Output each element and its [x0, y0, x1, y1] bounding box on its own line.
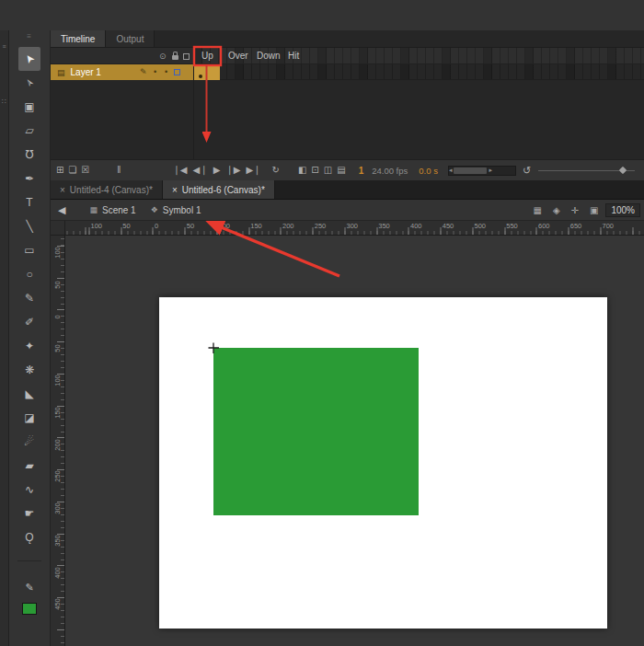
layer-name[interactable]: Layer 1	[71, 67, 101, 77]
horizontal-ruler: 1005005010015020025030035040045050055060…	[65, 221, 644, 236]
ruler-label: 50	[187, 222, 194, 230]
new-layer-button[interactable]: ⊞	[56, 166, 63, 175]
ruler-label: 500	[475, 222, 487, 230]
deco-tool[interactable]: ❋	[18, 358, 40, 382]
gradient-transform-tool[interactable]: ▱	[18, 119, 40, 143]
scroll-left-icon[interactable]: ◂	[449, 167, 453, 174]
frame-rate-display[interactable]: 24.00 fps	[372, 166, 408, 176]
breadcrumb-scene[interactable]: ▦ Scene 1	[89, 205, 135, 215]
scroll-right-icon[interactable]: ▸	[489, 167, 492, 174]
delete-layer-button[interactable]: ☒	[81, 166, 89, 175]
current-frame-indicator: 1	[359, 166, 364, 176]
edit-symbols-button[interactable]: ◈	[553, 205, 560, 215]
frame-state-label-over[interactable]: Over	[228, 51, 248, 61]
line-tool[interactable]: ╲	[18, 214, 40, 238]
fill-color-swatch[interactable]	[22, 603, 37, 615]
text-tool[interactable]: T	[18, 190, 40, 214]
loop-button[interactable]: ↻	[271, 166, 279, 175]
panel-tab-output[interactable]: Output	[106, 30, 155, 47]
layer-visibility-dot[interactable]: •	[154, 67, 156, 76]
ruler-label: 50	[53, 278, 62, 291]
layer-frames[interactable]	[194, 64, 644, 79]
eyedropper-tool[interactable]: ☄	[18, 430, 40, 454]
hand-tool-icon: ☛	[25, 508, 35, 519]
close-tab-icon[interactable]: ×	[172, 185, 178, 195]
oval-tool[interactable]: ○	[18, 262, 40, 286]
document-tab[interactable]: ×Untitled-6 (Canvas)*	[163, 180, 275, 199]
timeline-scrollbar[interactable]: ◂ ▸	[448, 166, 516, 176]
center-stage-button[interactable]: ✛	[571, 205, 579, 215]
clip-content-button[interactable]: ▣	[590, 205, 598, 215]
rectangle-tool[interactable]: ▭	[18, 238, 40, 262]
tools-panel-grip-icon[interactable]: ≡	[9, 30, 50, 43]
zoom-level-select[interactable]: 100%	[605, 203, 640, 217]
slider-handle[interactable]	[619, 167, 627, 174]
stage-area[interactable]	[65, 236, 644, 646]
scrollbar-thumb[interactable]	[454, 167, 487, 174]
onion-skin-outlines-button[interactable]: ⊡	[311, 166, 318, 175]
edit-bar-buttons: ▦◈✛▣	[533, 205, 598, 215]
deco-tool-icon: ❋	[25, 364, 34, 375]
ruler-label: 550	[506, 222, 518, 230]
stroke-color-control[interactable]: ✎	[9, 582, 50, 594]
ruler-label: 450	[53, 598, 62, 611]
modify-markers-button[interactable]: ▤	[337, 166, 345, 175]
document-tab[interactable]: ×Untitled-4 (Canvas)*	[51, 180, 163, 199]
tools-panel: ≡ ➤➢▣▱℧✒T╲▭○✎✐✦❋◣◪☄▰∿☛Ǫ ✎	[9, 30, 51, 646]
eraser-tool[interactable]: ▰	[18, 454, 40, 478]
close-tab-icon[interactable]: ×	[60, 185, 65, 195]
drawn-rectangle[interactable]	[213, 348, 419, 515]
ink-bottle-tool[interactable]: ◪	[18, 406, 40, 430]
selection-tool[interactable]: ➤	[18, 47, 40, 71]
pen-tool[interactable]: ✒	[18, 167, 40, 190]
pencil-tool[interactable]: ✎	[18, 286, 40, 310]
ruler-label: 100	[219, 222, 231, 230]
step-back-button[interactable]: ◀❘	[193, 166, 208, 175]
free-transform-tool[interactable]: ▣	[18, 95, 40, 119]
new-folder-button[interactable]: ❏	[68, 166, 76, 175]
canvas[interactable]	[159, 297, 607, 629]
vertical-ruler: 10050050100150200250300350400450	[51, 236, 65, 646]
lasso-tool[interactable]: ℧	[18, 143, 40, 167]
width-tool-icon: ∿	[25, 484, 34, 495]
outline-all-layers-icon[interactable]	[183, 53, 190, 60]
symbol-icon: ❖	[151, 205, 158, 214]
lock-all-layers-icon[interactable]	[172, 55, 178, 60]
paint-bucket-tool[interactable]: ◣	[18, 382, 40, 406]
onion-skin-button[interactable]: ◧	[298, 166, 306, 175]
frame-state-label-down[interactable]: Down	[257, 51, 281, 61]
go-to-last-frame-button[interactable]: ▶❘	[246, 166, 260, 175]
width-tool[interactable]: ∿	[18, 478, 40, 502]
brush-tool[interactable]: ✐	[18, 310, 40, 334]
step-forward-button[interactable]: ❘▶	[225, 166, 240, 175]
subselection-tool[interactable]: ➢	[18, 71, 40, 95]
play-button[interactable]: ▶	[213, 166, 221, 175]
layer-outline-color-swatch[interactable]	[174, 69, 180, 75]
frame-state-label-up[interactable]: Up	[201, 51, 213, 61]
selected-frame-cell[interactable]	[194, 64, 220, 80]
back-button[interactable]: ◀	[58, 204, 65, 216]
document-tab-label: Untitled-6 (Canvas)*	[182, 185, 265, 195]
show-hide-all-layers-icon[interactable]: ⊙	[159, 52, 167, 61]
edit-scene-button[interactable]: ▦	[533, 205, 541, 215]
reset-timeline-zoom-button[interactable]: ↺	[523, 165, 531, 177]
zoom-tool[interactable]: Ǫ	[18, 525, 40, 549]
hand-tool[interactable]: ☛	[18, 502, 40, 525]
frame-state-label-hit[interactable]: Hit	[288, 51, 299, 61]
breadcrumb-symbol[interactable]: ❖ Symbol 1	[151, 205, 201, 215]
edit-multiple-frames-button[interactable]: ◫	[324, 166, 332, 175]
document-tab-label: Untitled-4 (Canvas)*	[70, 185, 153, 195]
panel-grip-icon: ≡	[0, 43, 8, 50]
layer-row-left[interactable]: ▤ Layer 1 ✎ • •	[51, 64, 194, 80]
layer-row[interactable]: ▤ Layer 1 ✎ • •	[51, 64, 644, 80]
docked-panel-strip[interactable]: ≡ ∷	[0, 30, 9, 646]
timeline-zoom-slider[interactable]	[538, 166, 635, 176]
layer-lock-dot[interactable]: •	[165, 67, 167, 76]
subselection-tool-icon: ➢	[22, 75, 37, 89]
panel-tab-timeline[interactable]: Timeline	[51, 30, 106, 47]
go-to-first-frame-button[interactable]: ❘◀	[172, 166, 187, 175]
rectangle-tool-icon: ▭	[24, 245, 34, 256]
spray-brush-tool[interactable]: ✦	[18, 334, 40, 358]
ruler-label: 100	[53, 375, 62, 387]
center-frame-button[interactable]: ‖	[117, 166, 121, 175]
